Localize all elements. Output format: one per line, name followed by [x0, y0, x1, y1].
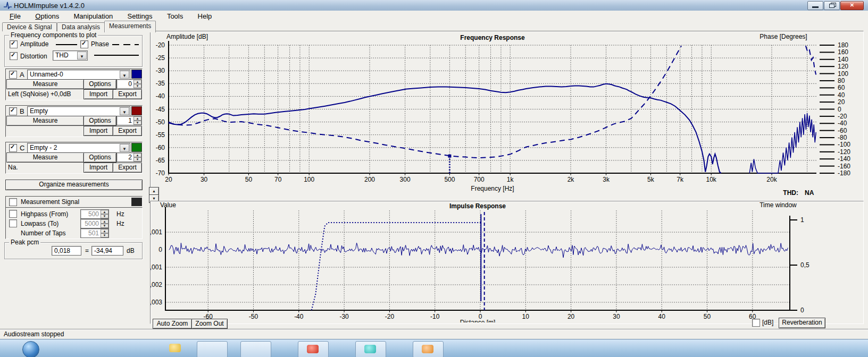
menu-settings[interactable]: Settings: [121, 11, 159, 20]
tab-data-analysis[interactable]: Data analysis: [57, 22, 105, 31]
lowpass-spinner[interactable]: 5000 ▲▼: [80, 219, 109, 228]
measurement-signal-swatch[interactable]: [131, 198, 142, 206]
slot-a-checkbox[interactable]: ✓: [9, 71, 17, 79]
svg-text:Distance [m]: Distance [m]: [460, 319, 496, 322]
slot-b-id: B: [20, 107, 24, 115]
svg-text:-0,001: -0,001: [151, 264, 162, 271]
taskbar-icon-5[interactable]: [413, 341, 444, 357]
slot-b-import-button[interactable]: Import: [84, 126, 113, 136]
tab-device-signal[interactable]: Device & Signal: [2, 22, 57, 31]
slot-a-options-button[interactable]: Options: [84, 79, 116, 89]
svg-text:Time window: Time window: [760, 201, 797, 209]
title-bar[interactable]: HOLMImpulse v1.4.2.0 ✕: [0, 0, 868, 11]
amplitude-checkbox[interactable]: ✓: [10, 40, 18, 48]
taps-spinner[interactable]: 501 ▲▼: [80, 228, 109, 238]
svg-text:-40: -40: [838, 120, 847, 127]
lowpass-checkbox[interactable]: [9, 219, 17, 227]
amplitude-label: Amplitude: [20, 40, 48, 48]
tab-measurements[interactable]: Measurements: [104, 21, 156, 32]
start-button[interactable]: [22, 341, 39, 357]
slot-c-checkbox[interactable]: ✓: [9, 144, 17, 152]
svg-text:20: 20: [165, 176, 172, 183]
distortion-type-combo[interactable]: THD ▼: [53, 50, 88, 61]
measurement-signal-label: Measurement Signal: [21, 198, 79, 206]
svg-text:0,001: 0,001: [151, 228, 162, 236]
slot-a-import-button[interactable]: Import: [84, 89, 113, 99]
spinner-down-icon: ▼: [101, 233, 108, 237]
menu-options[interactable]: Options: [29, 11, 65, 20]
slot-a-color-swatch[interactable]: [131, 70, 142, 79]
close-button[interactable]: ✕: [840, 1, 864, 10]
taskbar-icon-4[interactable]: [355, 341, 386, 357]
svg-text:Impulse Response: Impulse Response: [449, 202, 506, 210]
spinner-down-icon: ▼: [101, 214, 108, 218]
impulse-response-chart[interactable]: 0,0010-0,001-0,002-0,00310,50-60-50-40-3…: [151, 201, 862, 322]
distortion-checkbox[interactable]: ✓: [10, 52, 18, 60]
phase-checkbox[interactable]: ✓: [80, 40, 88, 48]
combo-arrow-icon[interactable]: ▼: [120, 144, 129, 152]
slot-b-color-swatch[interactable]: [131, 106, 142, 115]
frequency-components-title: Frequency components to plot: [9, 31, 98, 39]
slot-c-color-swatch[interactable]: [131, 143, 142, 152]
frequency-response-chart[interactable]: -20-25-30-35-40-45-50-55-60-65-702030507…: [151, 31, 862, 199]
filter-settings-box: Highpass (From) 500 ▲▼ Hz Lowpass (To) 5…: [5, 207, 143, 239]
svg-text:30: 30: [613, 313, 620, 320]
svg-text:-0,003: -0,003: [151, 299, 162, 306]
menu-manipulation[interactable]: Manipulation: [67, 11, 119, 20]
menu-help[interactable]: Help: [191, 11, 219, 20]
menu-file[interactable]: File: [3, 11, 27, 20]
svg-text:-60: -60: [156, 144, 165, 151]
slot-b-name-combo[interactable]: Empty ▼: [27, 106, 130, 116]
highpass-checkbox[interactable]: [9, 210, 17, 218]
slot-b-index-spinner[interactable]: 1 ▲▼: [116, 116, 142, 125]
svg-text:-30: -30: [339, 313, 349, 320]
db-scale-checkbox[interactable]: [752, 319, 760, 327]
restore-button[interactable]: [824, 1, 840, 10]
svg-text:700: 700: [474, 176, 485, 183]
highpass-spinner[interactable]: 500 ▲▼: [80, 209, 109, 219]
peak-db-field: -34,94: [91, 246, 123, 256]
slot-b-measure-button[interactable]: Measure: [6, 116, 84, 126]
slot-c-name-combo[interactable]: Empty - 2 ▼: [27, 143, 130, 153]
lowpass-unit: Hz: [116, 220, 124, 227]
auto-zoom-button[interactable]: Auto Zoom: [153, 319, 192, 329]
svg-text:Frequency Response: Frequency Response: [460, 34, 525, 41]
measurement-signal-checkbox[interactable]: [9, 198, 17, 206]
taskbar-icon-folder[interactable]: [169, 344, 181, 352]
organize-measurements-button[interactable]: Organize measurements: [5, 180, 143, 190]
slot-c-import-button[interactable]: Import: [84, 163, 113, 173]
taskbar-icon-2[interactable]: [240, 341, 271, 357]
minimize-button[interactable]: [807, 1, 823, 10]
slot-c-export-button[interactable]: Export: [113, 163, 142, 173]
frequency-response-panel: -20-25-30-35-40-45-50-55-60-65-702030507…: [150, 31, 864, 201]
combo-arrow-icon[interactable]: ▼: [120, 71, 129, 79]
phase-label: Phase: [91, 40, 109, 48]
lowpass-label: Lowpass (To): [21, 220, 59, 227]
zoom-out-button[interactable]: Zoom Out: [191, 319, 228, 329]
taskbar-icon-3[interactable]: [298, 341, 329, 357]
status-text: Audiostream stopped: [4, 330, 64, 338]
svg-text:THD:: THD:: [783, 189, 798, 197]
reverberation-button[interactable]: Reverberation: [779, 318, 825, 328]
slot-c-id: C: [20, 144, 24, 152]
slot-a-name-combo[interactable]: Unnamed-0 ▼: [27, 70, 130, 80]
slot-c-index-spinner[interactable]: 2 ▲▼: [116, 152, 142, 162]
measurement-slot-a: ✓ A Unnamed-0 ▼ Measure Options 0 ▲▼ Lef…: [5, 69, 143, 100]
menu-tools[interactable]: Tools: [161, 11, 189, 20]
window-title: HOLMImpulse v1.4.2.0: [14, 2, 85, 10]
slot-b-options-button[interactable]: Options: [84, 116, 116, 126]
svg-text:5k: 5k: [647, 176, 655, 183]
slot-b-export-button[interactable]: Export: [113, 126, 142, 136]
slot-a-index-spinner[interactable]: 0 ▲▼: [116, 79, 142, 89]
slot-c-measure-button[interactable]: Measure: [6, 152, 84, 163]
combo-arrow-icon[interactable]: ▼: [77, 52, 87, 60]
slot-c-options-button[interactable]: Options: [84, 152, 116, 163]
combo-arrow-icon[interactable]: ▼: [120, 107, 129, 115]
slot-a-export-button[interactable]: Export: [113, 89, 142, 99]
slot-a-measure-button[interactable]: Measure: [6, 79, 84, 89]
svg-text:3k: 3k: [603, 176, 610, 183]
slot-b-checkbox[interactable]: ✓: [9, 107, 17, 115]
taskbar-icon-1[interactable]: [197, 341, 228, 357]
svg-text:0: 0: [800, 307, 804, 314]
spinner-up-icon: ▲: [101, 229, 108, 233]
